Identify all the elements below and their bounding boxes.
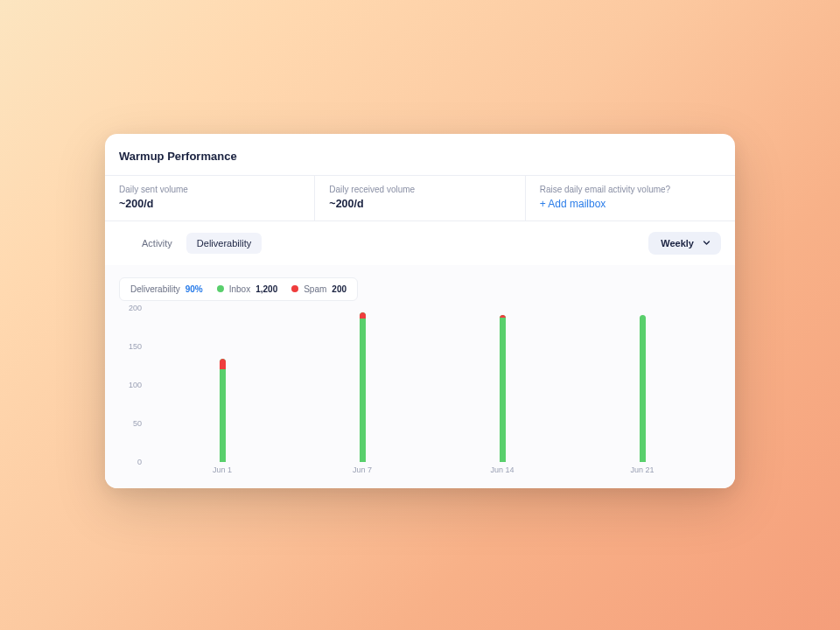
bar-spam-segment [220,359,226,369]
controls-row: Activity Deliverability Weekly [105,221,735,265]
bar-group: Jun 14 [500,308,506,462]
y-tick: 150 [121,342,142,351]
legend-spam-label: Spam [304,284,326,294]
y-tick: 200 [121,304,142,312]
legend-spam: Spam 200 [291,284,346,294]
stat-received-label: Daily received volume [329,185,510,194]
tabs: Activity Deliverability [131,233,262,254]
tab-deliverability[interactable]: Deliverability [186,233,262,254]
stat-sent-label: Daily sent volume [119,185,300,194]
period-dropdown-label: Weekly [661,238,694,248]
bar-spam-segment [360,312,366,318]
y-axis: 050100150200 [121,308,142,474]
stats-row: Daily sent volume ~200/d Daily received … [105,175,735,221]
y-tick: 0 [121,458,142,466]
bar [640,315,646,461]
page-title: Warmup Performance [119,150,721,163]
period-dropdown[interactable]: Weekly [648,232,721,255]
bar [360,312,366,462]
legend-inbox-value: 1,200 [256,284,277,294]
y-tick: 50 [121,419,142,428]
legend-spam-value: 200 [332,284,346,294]
bar [220,359,226,462]
add-mailbox-link[interactable]: + Add mailbox [540,198,721,210]
dot-icon-green [217,285,224,292]
bar-group: Jun 1 [220,308,226,462]
y-tick: 100 [121,381,142,389]
stat-raise-label: Raise daily email activity volume? [540,185,721,194]
bar-group: Jun 7 [360,308,366,462]
legend-deliverability-label: Deliverability [130,284,180,294]
plot: 050100150200 Jun 1Jun 7Jun 14Jun 21 [144,308,721,474]
bar-spam-segment [500,315,506,318]
bars: Jun 1Jun 7Jun 14Jun 21 [152,308,712,462]
chart-area: Deliverability 90% Inbox 1,200 Spam 200 … [105,265,735,488]
stat-received: Daily received volume ~200/d [315,176,525,220]
x-label: Jun 21 [630,466,654,474]
legend-deliverability: Deliverability 90% [130,284,203,294]
bar-group: Jun 21 [640,308,646,462]
stat-raise: Raise daily email activity volume? + Add… [526,176,735,220]
stat-received-value: ~200/d [329,198,510,210]
legend: Deliverability 90% Inbox 1,200 Spam 200 [119,277,358,301]
dot-icon-red [291,285,298,292]
legend-inbox: Inbox 1,200 [217,284,278,294]
tab-activity[interactable]: Activity [131,233,183,254]
card: Warmup Performance Daily sent volume ~20… [105,134,735,488]
bar [500,315,506,461]
stat-sent-value: ~200/d [119,198,300,210]
x-label: Jun 14 [490,466,514,474]
x-label: Jun 7 [353,466,372,474]
legend-inbox-label: Inbox [229,284,250,294]
x-label: Jun 1 [213,466,232,474]
header: Warmup Performance [105,134,735,175]
chevron-down-icon [703,239,710,247]
stat-sent: Daily sent volume ~200/d [105,176,315,220]
legend-deliverability-value: 90% [186,284,203,294]
